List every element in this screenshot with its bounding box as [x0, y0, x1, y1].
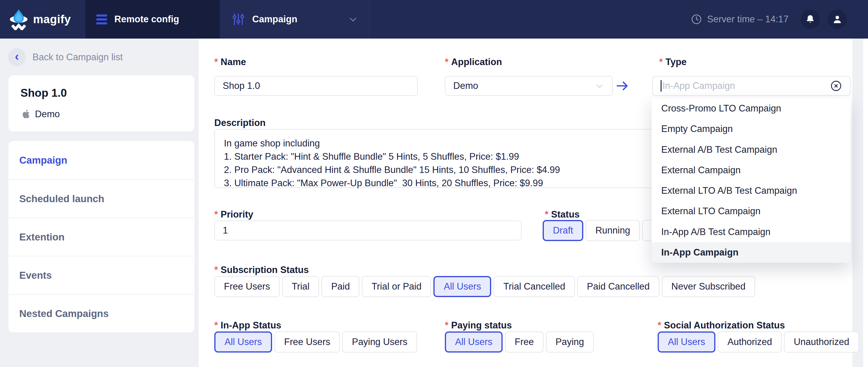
- back-to-campaign-list[interactable]: ‹ Back to Campaign list: [8, 48, 199, 66]
- menu-icon: [96, 15, 107, 24]
- subscription-status-option-button[interactable]: Paid Cancelled: [577, 276, 659, 297]
- campaign-summary-card: Shop 1.0 Demo: [8, 75, 194, 131]
- campaign-label: Campaign: [252, 14, 297, 25]
- user-avatar-button[interactable]: [828, 10, 847, 29]
- priority-input[interactable]: 1: [214, 221, 522, 241]
- clock-icon: [691, 13, 702, 25]
- application-label: *Application: [445, 57, 502, 67]
- open-application-arrow-button[interactable]: [616, 80, 629, 92]
- apple-icon: [21, 109, 31, 120]
- server-time-label: Server time – 14:17: [707, 14, 788, 25]
- arrow-right-icon: [616, 80, 629, 92]
- sidebar-nav-item[interactable]: Scheduled launch: [8, 179, 194, 218]
- page-scrollbar[interactable]: [863, 38, 868, 367]
- type-combobox-input[interactable]: In-App Campaign: [652, 76, 850, 96]
- app-root: magify Remote config Campaign: [0, 0, 868, 367]
- application-select[interactable]: Demo: [445, 76, 613, 96]
- in-app-status-option-button[interactable]: All Users: [214, 332, 272, 352]
- type-dropdown-option[interactable]: Empty Campaign: [652, 119, 850, 139]
- type-label: *Type: [659, 57, 686, 67]
- paying-status-option-button[interactable]: Free: [505, 332, 544, 352]
- social-authorization-option-button[interactable]: Authorized: [718, 332, 782, 352]
- back-label[interactable]: Back to Campaign list: [32, 52, 123, 63]
- subscription-status-option-button[interactable]: Free Users: [214, 276, 280, 297]
- in-app-status-button-group: All UsersFree UsersPaying Users: [214, 332, 417, 352]
- bell-icon: [805, 14, 815, 24]
- subscription-status-option-button[interactable]: Never Subscribed: [662, 276, 755, 297]
- paying-status-option-button[interactable]: All Users: [445, 332, 503, 352]
- sidebar: ‹ Back to Campaign list Shop 1.0 Demo Ca…: [0, 38, 199, 367]
- user-icon: [832, 14, 843, 25]
- type-dropdown-option[interactable]: Cross-Promo LTO Campaign: [652, 98, 850, 119]
- social-authorization-option-button[interactable]: All Users: [658, 332, 715, 352]
- chevron-down-icon: [595, 81, 604, 91]
- paying-status-button-group: All UsersFreePaying: [445, 332, 594, 352]
- sidebar-nav-item[interactable]: Nested Campaigns: [8, 294, 194, 332]
- social-authorization-status-button-group: All UsersAuthorizedUnauthorized: [658, 332, 859, 352]
- in-app-status-option-button[interactable]: Paying Users: [342, 332, 417, 352]
- nav-campaign-dropdown[interactable]: Campaign: [220, 0, 370, 38]
- in-app-status-label: *In-App Status: [214, 320, 281, 331]
- type-dropdown-option[interactable]: External A/B Test Campaign: [652, 140, 850, 160]
- type-dropdown-menu: Cross-Promo LTO CampaignEmpty CampaignEx…: [652, 98, 850, 263]
- brand-name: magify: [33, 13, 71, 26]
- subscription-status-label: *Subscription Status: [214, 264, 309, 275]
- sidebar-nav-item[interactable]: Events: [8, 256, 194, 294]
- status-label: *Status: [545, 209, 580, 220]
- back-chevron-icon[interactable]: ‹: [8, 48, 26, 66]
- magify-drop-icon: [9, 8, 28, 30]
- notifications-button[interactable]: [801, 10, 820, 29]
- subscription-status-option-button[interactable]: Trial or Paid: [362, 276, 431, 297]
- server-time: Server time – 14:17: [691, 13, 788, 25]
- name-label: *Name: [214, 57, 246, 67]
- campaign-title: Shop 1.0: [21, 87, 182, 100]
- brand-logo[interactable]: magify: [0, 0, 86, 38]
- paying-status-label: *Paying status: [445, 320, 512, 331]
- priority-label: *Priority: [214, 209, 253, 220]
- nav-remote-config[interactable]: Remote config: [86, 0, 220, 38]
- remote-config-label: Remote config: [114, 14, 179, 25]
- social-authorization-option-button[interactable]: Unauthorized: [784, 332, 859, 352]
- status-option-button[interactable]: Running: [586, 220, 640, 241]
- sliders-icon: [232, 13, 245, 26]
- name-input[interactable]: Shop 1.0: [214, 76, 418, 96]
- header-right: Server time – 14:17: [691, 0, 868, 38]
- subscription-status-option-button[interactable]: All Users: [433, 276, 491, 297]
- sidebar-nav: CampaignScheduled launchExtentionEventsN…: [8, 141, 194, 332]
- subscription-status-option-button[interactable]: Trial: [282, 276, 319, 297]
- subscription-status-button-group: Free UsersTrialPaidTrial or PaidAll User…: [214, 276, 755, 297]
- subscription-status-option-button[interactable]: Paid: [321, 276, 359, 297]
- subscription-status-option-button[interactable]: Trial Cancelled: [494, 276, 575, 297]
- type-dropdown-option[interactable]: External Campaign: [652, 160, 850, 180]
- status-option-button[interactable]: Draft: [542, 220, 583, 241]
- sidebar-nav-item[interactable]: Campaign: [8, 141, 194, 179]
- chevron-down-icon: [348, 14, 358, 24]
- clear-icon[interactable]: [830, 80, 842, 92]
- type-dropdown-option[interactable]: External LTO A/B Test Campaign: [652, 180, 850, 201]
- type-dropdown-option[interactable]: In-App A/B Test Campaign: [652, 222, 850, 242]
- in-app-status-option-button[interactable]: Free Users: [275, 332, 340, 352]
- campaign-app-name: Demo: [35, 109, 60, 120]
- type-dropdown-option[interactable]: External LTO Campaign: [652, 201, 850, 222]
- sidebar-nav-item[interactable]: Extention: [8, 218, 194, 256]
- paying-status-option-button[interactable]: Paying: [546, 332, 594, 352]
- social-authorization-status-label: *Social Authorization Status: [658, 320, 785, 331]
- top-bar: magify Remote config Campaign: [0, 0, 868, 38]
- description-label: Description: [214, 117, 266, 129]
- type-dropdown-option[interactable]: In-App Campaign: [652, 242, 850, 263]
- text-caret: [661, 80, 661, 92]
